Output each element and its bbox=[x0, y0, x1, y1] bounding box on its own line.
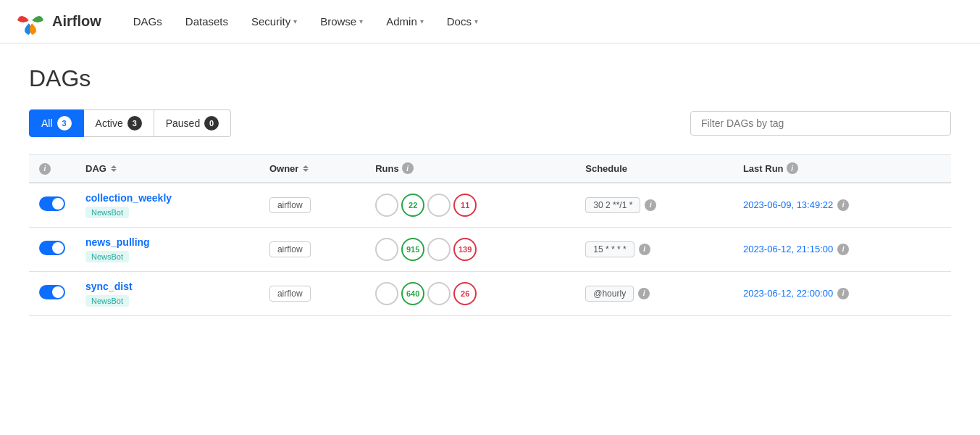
navbar: Airflow DAGs Datasets Security ▾ Browse … bbox=[0, 0, 980, 44]
row-toggle-cell bbox=[29, 227, 75, 271]
run-circle-red-sync_dist: 26 bbox=[453, 282, 477, 305]
runs-info-icon[interactable]: i bbox=[402, 162, 414, 174]
last-run-info-icon-sync_dist[interactable]: i bbox=[837, 288, 849, 299]
nav-item-browse[interactable]: Browse ▾ bbox=[310, 9, 373, 33]
nav-link-dags[interactable]: DAGs bbox=[123, 9, 172, 33]
brand-logo[interactable]: Airflow bbox=[14, 6, 101, 38]
dag-tag-collection_weekly: NewsBot bbox=[85, 207, 129, 218]
nav-link-security[interactable]: Security ▾ bbox=[241, 9, 307, 33]
dag-table-body: collection_weekly NewsBot airflow 22 11 … bbox=[29, 183, 951, 316]
col-header-schedule: Schedule bbox=[575, 155, 733, 183]
owner-badge-news_pulling: airflow bbox=[269, 241, 311, 257]
run-circle-green-collection_weekly: 22 bbox=[401, 194, 424, 217]
run-circle-red-news_pulling: 139 bbox=[453, 238, 477, 261]
col-last-run-label: Last Run bbox=[743, 163, 784, 174]
airflow-logo-icon bbox=[14, 6, 46, 38]
schedule-info-icon-news_pulling[interactable]: i bbox=[639, 244, 650, 255]
last-run-info-icon-news_pulling[interactable]: i bbox=[837, 244, 849, 255]
owner-badge-sync_dist: airflow bbox=[269, 286, 311, 302]
dag-sort-icon[interactable] bbox=[111, 165, 117, 172]
row-dag-cell: collection_weekly NewsBot bbox=[75, 183, 259, 228]
row-schedule-cell: 15 * * * * i bbox=[575, 227, 733, 271]
table-row: sync_dist NewsBot airflow 640 26 @hourly… bbox=[29, 271, 951, 315]
nav-link-admin[interactable]: Admin ▾ bbox=[376, 9, 434, 33]
filter-active-count: 3 bbox=[127, 116, 142, 130]
row-toggle-cell bbox=[29, 183, 75, 228]
tag-filter-input[interactable] bbox=[690, 111, 951, 136]
dag-name-link-news_pulling[interactable]: news_pulling bbox=[85, 236, 249, 248]
row-owner-cell: airflow bbox=[259, 271, 365, 315]
filter-all-label: All bbox=[41, 117, 53, 129]
row-runs-cell: 22 11 bbox=[365, 183, 575, 228]
last-run-value-collection_weekly: 2023-06-09, 13:49:22 bbox=[743, 199, 833, 210]
row-schedule-cell: @hourly i bbox=[575, 271, 733, 315]
col-runs-label: Runs bbox=[375, 163, 399, 174]
nav-item-security[interactable]: Security ▾ bbox=[241, 9, 307, 33]
svg-point-0 bbox=[28, 20, 33, 24]
dag-toggle-collection_weekly[interactable] bbox=[39, 196, 65, 211]
schedule-info-icon-collection_weekly[interactable]: i bbox=[645, 199, 656, 211]
filter-paused-label: Paused bbox=[166, 117, 200, 129]
table-row: collection_weekly NewsBot airflow 22 11 … bbox=[29, 183, 951, 228]
filter-all-button[interactable]: All 3 bbox=[29, 109, 84, 137]
schedule-badge-sync_dist: @hourly bbox=[585, 286, 634, 302]
last-run-info-icon[interactable]: i bbox=[787, 162, 798, 174]
nav-link-browse[interactable]: Browse ▾ bbox=[310, 9, 373, 33]
security-caret-icon: ▾ bbox=[293, 17, 297, 25]
row-runs-cell: 915 139 bbox=[365, 227, 575, 271]
table-header: i DAG Owner bbox=[29, 155, 951, 183]
run-circle-empty-2-sync_dist bbox=[427, 282, 451, 305]
schedule-info-icon-sync_dist[interactable]: i bbox=[638, 288, 650, 299]
row-last-run-cell: 2023-06-12, 21:15:00 i bbox=[733, 227, 951, 271]
col-header-info: i bbox=[29, 155, 75, 183]
col-header-runs: Runs i bbox=[365, 155, 575, 183]
filter-active-label: Active bbox=[96, 117, 123, 129]
row-dag-cell: sync_dist NewsBot bbox=[75, 271, 259, 315]
run-circle-green-news_pulling: 915 bbox=[401, 238, 424, 261]
nav-item-dags[interactable]: DAGs bbox=[123, 9, 172, 33]
last-run-value-news_pulling: 2023-06-12, 21:15:00 bbox=[743, 244, 833, 254]
run-circle-empty-1-sync_dist bbox=[375, 282, 398, 305]
nav-link-docs[interactable]: Docs ▾ bbox=[437, 9, 488, 33]
row-last-run-cell: 2023-06-12, 22:00:00 i bbox=[733, 271, 951, 315]
header-info-icon[interactable]: i bbox=[39, 163, 51, 175]
col-header-last-run: Last Run i bbox=[733, 155, 951, 183]
col-dag-label: DAG bbox=[85, 163, 106, 174]
browse-caret-icon: ▾ bbox=[359, 17, 363, 25]
docs-caret-icon: ▾ bbox=[474, 17, 478, 25]
dag-name-link-collection_weekly[interactable]: collection_weekly bbox=[85, 192, 249, 204]
dag-toggle-sync_dist[interactable] bbox=[39, 285, 65, 299]
row-schedule-cell: 30 2 **/1 * i bbox=[575, 183, 733, 228]
filter-buttons: All 3 Active 3 Paused 0 bbox=[29, 109, 231, 137]
nav-menu: DAGs Datasets Security ▾ Browse ▾ Admin … bbox=[123, 9, 488, 33]
filter-all-count: 3 bbox=[57, 116, 72, 130]
run-circle-empty-1-news_pulling bbox=[375, 238, 398, 261]
schedule-badge-news_pulling: 15 * * * * bbox=[585, 241, 634, 257]
filter-active-button[interactable]: Active 3 bbox=[84, 109, 154, 137]
run-circle-empty-2-news_pulling bbox=[427, 238, 451, 261]
nav-item-datasets[interactable]: Datasets bbox=[175, 9, 238, 33]
owner-sort-icon[interactable] bbox=[303, 165, 309, 172]
run-circle-empty-2-collection_weekly bbox=[427, 194, 451, 217]
dag-tag-news_pulling: NewsBot bbox=[85, 251, 129, 262]
schedule-badge-collection_weekly: 30 2 **/1 * bbox=[585, 197, 640, 213]
col-owner-label: Owner bbox=[269, 163, 298, 174]
col-header-dag: DAG bbox=[75, 155, 259, 183]
nav-item-admin[interactable]: Admin ▾ bbox=[376, 9, 434, 33]
dag-name-link-sync_dist[interactable]: sync_dist bbox=[85, 281, 249, 292]
table-row: news_pulling NewsBot airflow 915 139 15 … bbox=[29, 227, 951, 271]
filter-right bbox=[690, 111, 951, 136]
col-schedule-label: Schedule bbox=[585, 163, 627, 174]
nav-link-datasets[interactable]: Datasets bbox=[175, 9, 238, 33]
last-run-value-sync_dist: 2023-06-12, 22:00:00 bbox=[743, 288, 833, 299]
dag-toggle-news_pulling[interactable] bbox=[39, 241, 65, 255]
row-last-run-cell: 2023-06-09, 13:49:22 i bbox=[733, 183, 951, 228]
row-owner-cell: airflow bbox=[259, 227, 365, 271]
run-circle-red-collection_weekly: 11 bbox=[453, 194, 477, 217]
last-run-info-icon-collection_weekly[interactable]: i bbox=[837, 199, 849, 211]
filter-bar: All 3 Active 3 Paused 0 bbox=[29, 109, 951, 137]
filter-paused-button[interactable]: Paused 0 bbox=[154, 109, 231, 137]
row-dag-cell: news_pulling NewsBot bbox=[75, 227, 259, 271]
row-toggle-cell bbox=[29, 271, 75, 315]
nav-item-docs[interactable]: Docs ▾ bbox=[437, 9, 488, 33]
